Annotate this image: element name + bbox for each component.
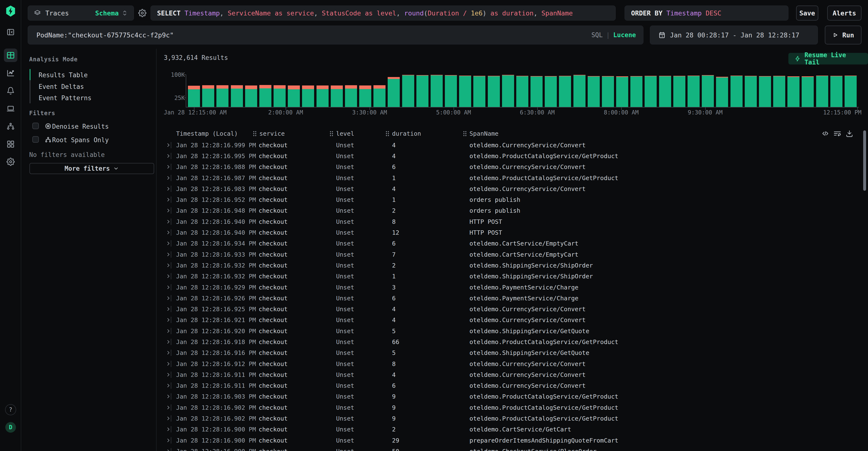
histogram-bar[interactable] <box>202 85 214 107</box>
histogram-bar[interactable] <box>373 85 385 107</box>
histogram-bar[interactable] <box>845 76 857 107</box>
run-button[interactable]: Run <box>825 26 862 45</box>
table-row[interactable]: Jan 28 12:28:16.902 PMcheckoutUnset9otel… <box>157 413 864 424</box>
table-row[interactable]: Jan 28 12:28:16.900 PMcheckoutUnset2otel… <box>157 424 864 435</box>
histogram-bar[interactable] <box>773 76 785 107</box>
time-range-picker[interactable]: 1 Jan 28 00:28:17 - Jan 28 12:28:17 <box>650 26 818 45</box>
search-results-icon[interactable] <box>6 51 15 60</box>
table-row[interactable]: Jan 28 12:28:16.926 PMcheckoutUnset6otel… <box>157 292 864 304</box>
column-header-service[interactable]: service <box>252 130 285 137</box>
histogram-bar[interactable] <box>316 85 329 107</box>
histogram-bar[interactable] <box>502 75 514 107</box>
analysis-mode-results-table[interactable]: Results Table <box>39 72 88 79</box>
histogram-bar[interactable] <box>345 85 357 107</box>
table-row[interactable]: Jan 28 12:28:16.952 PMcheckoutUnset1orde… <box>157 194 864 205</box>
sql-toggle[interactable]: SQL <box>591 31 602 39</box>
histogram-bar[interactable] <box>673 76 685 107</box>
histogram-bar[interactable] <box>816 76 828 107</box>
column-header-spanname[interactable]: SpanName <box>462 130 498 137</box>
analysis-mode-event-patterns[interactable]: Event Patterns <box>39 94 91 102</box>
table-row[interactable]: Jan 28 12:28:16.903 PMcheckoutUnset9otel… <box>157 391 864 402</box>
histogram-bar[interactable] <box>516 76 528 107</box>
query-settings-gear-icon[interactable] <box>138 9 147 17</box>
denoise-results-label[interactable]: Denoise Results <box>52 123 109 130</box>
table-row[interactable]: Jan 28 12:28:16.999 PMcheckoutUnset4otel… <box>157 140 864 150</box>
table-row[interactable]: Jan 28 12:28:16.940 PMcheckoutUnset8HTTP… <box>157 216 864 227</box>
language-toggle[interactable]: SQL | Lucene <box>591 31 636 39</box>
histogram-bar[interactable] <box>331 85 343 107</box>
root-spans-checkbox[interactable] <box>32 136 39 143</box>
table-row[interactable]: Jan 28 12:28:16.929 PMcheckoutUnset3otel… <box>157 282 864 292</box>
more-filters-button[interactable]: More filters <box>29 163 154 174</box>
resume-live-tail-button[interactable]: Resume Live Tail <box>788 53 868 64</box>
column-header-level[interactable]: level <box>329 130 354 137</box>
histogram-bar[interactable] <box>787 76 800 107</box>
root-spans-label[interactable]: Root Spans Only <box>52 136 109 144</box>
histogram-bar[interactable] <box>830 76 842 107</box>
lucene-toggle[interactable]: Lucene <box>613 31 636 39</box>
table-row[interactable]: Jan 28 12:28:16.911 PMcheckoutUnset4otel… <box>157 369 864 380</box>
table-row[interactable]: Jan 28 12:28:16.983 PMcheckoutUnset4otel… <box>157 183 864 194</box>
histogram-bar[interactable] <box>388 77 400 107</box>
histogram-bar[interactable] <box>402 75 414 107</box>
histogram-bar[interactable] <box>359 85 371 107</box>
histogram-bar[interactable] <box>216 85 228 107</box>
select-query-input[interactable]: SELECT Timestamp, ServiceName as service… <box>151 5 616 21</box>
table-row[interactable]: Jan 28 12:28:16.988 PMcheckoutUnset6otel… <box>157 162 864 172</box>
search-input[interactable]: PodName:"checkout-675775c4cc-f2p9c" SQL … <box>28 26 643 45</box>
histogram-bar[interactable] <box>759 76 771 107</box>
histogram-bar[interactable] <box>687 76 700 107</box>
download-icon[interactable] <box>845 130 854 138</box>
histogram-bars[interactable] <box>188 67 859 107</box>
histogram-bar[interactable] <box>431 75 443 107</box>
histogram-bar[interactable] <box>302 85 314 107</box>
table-row[interactable]: Jan 28 12:28:16.934 PMcheckoutUnset6otel… <box>157 238 864 249</box>
histogram-bar[interactable] <box>645 76 657 107</box>
histogram-bar[interactable] <box>274 85 286 107</box>
histogram-bar[interactable] <box>716 77 728 107</box>
code-view-icon[interactable] <box>821 130 829 138</box>
histogram-bar[interactable] <box>630 76 643 107</box>
histogram-bar[interactable] <box>473 76 485 107</box>
table-row[interactable]: Jan 28 12:28:16.911 PMcheckoutUnset6otel… <box>157 380 864 391</box>
histogram-bar[interactable] <box>659 76 671 107</box>
histogram-bar[interactable] <box>745 76 757 107</box>
table-row[interactable]: Jan 28 12:28:16.900 PMcheckoutUnset50ote… <box>157 446 864 451</box>
table-row[interactable]: Jan 28 12:28:16.900 PMcheckoutUnset29pre… <box>157 435 864 446</box>
table-row[interactable]: Jan 28 12:28:16.932 PMcheckoutUnset2otel… <box>157 260 864 271</box>
histogram-bar[interactable] <box>731 76 743 107</box>
histogram-bar[interactable] <box>488 76 500 107</box>
table-row[interactable]: Jan 28 12:28:16.987 PMcheckoutUnset1otel… <box>157 172 864 183</box>
histogram-bar[interactable] <box>245 85 257 107</box>
save-button[interactable]: Save <box>796 5 818 21</box>
histogram-bar[interactable] <box>231 85 243 107</box>
analysis-mode-event-deltas[interactable]: Event Deltas <box>39 83 84 90</box>
table-row[interactable]: Jan 28 12:28:16.902 PMcheckoutUnset9otel… <box>157 402 864 413</box>
histogram-bar[interactable] <box>559 76 571 107</box>
histogram-bar[interactable] <box>416 75 429 107</box>
histogram-bar[interactable] <box>602 76 614 107</box>
chart-explorer-icon[interactable] <box>6 69 15 77</box>
service-map-icon[interactable] <box>6 122 15 130</box>
table-row[interactable]: Jan 28 12:28:16.916 PMcheckoutUnset5otel… <box>157 347 864 358</box>
settings-gear-icon[interactable] <box>6 158 15 166</box>
histogram-bar[interactable] <box>188 86 200 107</box>
app-logo-icon[interactable] <box>5 5 16 17</box>
client-sessions-icon[interactable] <box>6 105 15 113</box>
table-row[interactable]: Jan 28 12:28:16.940 PMcheckoutUnset12HTT… <box>157 227 864 238</box>
table-row[interactable]: Jan 28 12:28:16.912 PMcheckoutUnset8otel… <box>157 358 864 369</box>
table-row[interactable]: Jan 28 12:28:16.921 PMcheckoutUnset4otel… <box>157 315 864 326</box>
histogram-bar[interactable] <box>288 85 300 107</box>
alerts-bell-icon[interactable] <box>6 87 15 95</box>
table-row[interactable]: Jan 28 12:28:16.948 PMcheckoutUnset2orde… <box>157 205 864 216</box>
histogram-bar[interactable] <box>702 75 714 107</box>
results-histogram[interactable]: 100K 25K Jan 28 12:15:00 AM2:00:00 AM3:3… <box>164 67 862 118</box>
histogram-bar[interactable] <box>574 75 586 107</box>
user-avatar[interactable]: D <box>5 422 16 433</box>
table-row[interactable]: Jan 28 12:28:16.932 PMcheckoutUnset1otel… <box>157 271 864 282</box>
denoise-results-checkbox[interactable] <box>32 123 39 129</box>
dashboards-icon[interactable] <box>6 140 15 148</box>
histogram-bar[interactable] <box>545 76 557 107</box>
table-row[interactable]: Jan 28 12:28:16.920 PMcheckoutUnset5otel… <box>157 326 864 336</box>
wrap-lines-icon[interactable] <box>833 130 841 138</box>
